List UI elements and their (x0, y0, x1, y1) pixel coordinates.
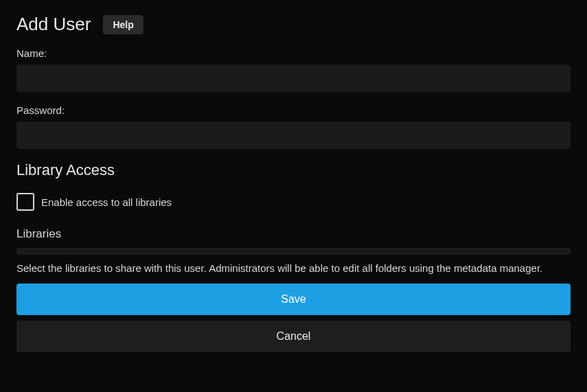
cancel-button[interactable]: Cancel (16, 321, 571, 352)
libraries-help-text: Select the libraries to share with this … (16, 262, 571, 275)
password-input[interactable] (16, 122, 571, 149)
library-access-heading: Library Access (16, 161, 571, 179)
password-field-group: Password: (16, 104, 571, 149)
help-button[interactable]: Help (103, 15, 143, 34)
password-label: Password: (16, 104, 571, 116)
enable-all-libraries-checkbox[interactable]: Enable access to all libraries (16, 193, 571, 211)
page-title: Add User (16, 14, 91, 35)
name-input[interactable] (16, 65, 571, 92)
header-row: Add User Help (16, 0, 571, 47)
save-button[interactable]: Save (16, 284, 571, 315)
name-label: Name: (16, 47, 571, 59)
checkbox-box-icon (16, 193, 34, 211)
name-field-group: Name: (16, 47, 571, 92)
enable-all-libraries-label: Enable access to all libraries (41, 196, 172, 208)
libraries-list[interactable] (16, 248, 571, 255)
libraries-subheading: Libraries (16, 227, 571, 241)
